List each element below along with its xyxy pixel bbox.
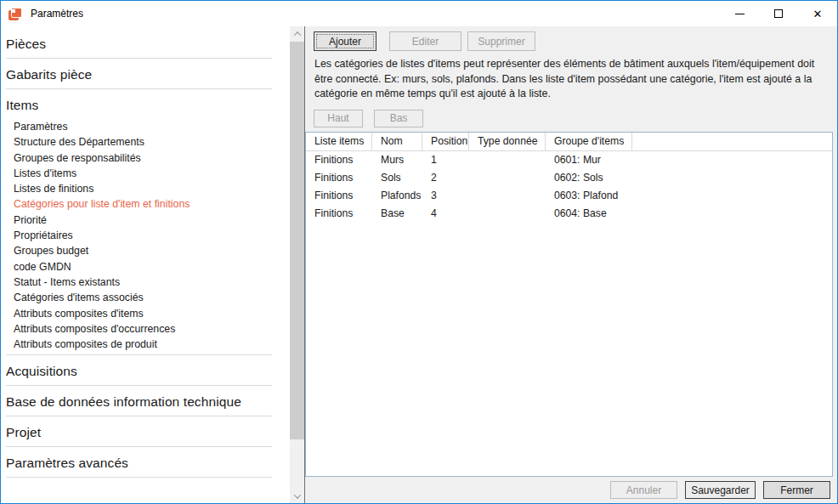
delete-button[interactable]: Supprimer xyxy=(467,31,535,51)
cell-groupe-items: 0601: Mur xyxy=(546,151,632,169)
cell-groupe-items: 0604: Base xyxy=(546,205,632,223)
sidebar-item-items[interactable]: Items xyxy=(6,89,272,119)
cell-nom: Murs xyxy=(372,151,422,169)
column-header-groupe-items[interactable]: Groupe d'items xyxy=(546,133,632,150)
close-button[interactable]: ✕ xyxy=(798,1,837,26)
cell-filler xyxy=(632,151,832,169)
table-row[interactable]: Finitions Sols 2 0602: Sols xyxy=(306,169,832,187)
cell-nom: Sols xyxy=(372,169,422,187)
scroll-up-button[interactable] xyxy=(290,26,304,41)
move-down-button[interactable]: Bas xyxy=(374,110,423,127)
sidebar-item-categories-liste-item-finitions[interactable]: Catégories pour liste d'item et finition… xyxy=(6,196,272,212)
sidebar-section-projet: Projet xyxy=(6,416,272,447)
cell-groupe-items: 0602: Sols xyxy=(546,169,632,187)
sidebar-item-listes-items[interactable]: Listes d'items xyxy=(6,166,272,181)
scroll-down-button[interactable] xyxy=(290,489,304,503)
cancel-button[interactable]: Annuler xyxy=(610,481,677,499)
app-icon-inner-square xyxy=(11,9,15,13)
cell-position: 4 xyxy=(422,205,469,223)
table-header-row: Liste items Nom Position Type donnée Gro… xyxy=(306,133,832,151)
cell-filler xyxy=(632,187,832,205)
maximize-button[interactable] xyxy=(759,1,798,26)
scrollbar-thumb[interactable] xyxy=(290,42,304,439)
titlebar: Paramètres ✕ xyxy=(1,1,837,26)
app-icon xyxy=(8,8,23,20)
sidebar: Pièces Gabarits pièce Items Paramètres S… xyxy=(1,26,304,503)
window-controls: ✕ xyxy=(720,1,837,26)
sidebar-items-children: Paramètres Structure des Départements Gr… xyxy=(6,119,272,354)
edit-button[interactable]: Editer xyxy=(389,31,461,51)
sidebar-item-categories-items-associes[interactable]: Catégories d'items associés xyxy=(6,290,272,305)
cell-type-donnee xyxy=(469,169,546,187)
column-header-nom[interactable]: Nom xyxy=(372,133,422,150)
sidebar-item-statut-items-existants[interactable]: Statut - Items existants xyxy=(6,275,272,290)
move-toolbar: Haut Bas xyxy=(305,104,837,132)
column-header-position[interactable]: Position xyxy=(422,133,469,150)
cell-position: 2 xyxy=(422,169,469,187)
maximize-icon xyxy=(774,9,783,18)
cell-type-donnee xyxy=(469,205,546,223)
sidebar-item-priorite[interactable]: Priorité xyxy=(6,212,272,228)
cell-liste-items: Finitions xyxy=(306,187,372,205)
main-area: Pièces Gabarits pièce Items Paramètres S… xyxy=(1,26,837,503)
cell-nom: Plafonds xyxy=(372,187,422,205)
cell-position: 1 xyxy=(422,151,469,169)
sidebar-scrollbar[interactable] xyxy=(290,26,304,503)
sidebar-item-attributs-composites-items[interactable]: Attributs composites d'items xyxy=(6,306,272,321)
category-description-text: Les catégories de listes d'items peut re… xyxy=(305,51,837,104)
sidebar-item-parametres-avances[interactable]: Paramètres avancés xyxy=(6,447,272,477)
close-icon: ✕ xyxy=(813,8,823,20)
cell-type-donnee xyxy=(469,151,546,169)
sidebar-item-proprietaires[interactable]: Propriétaires xyxy=(6,228,272,243)
sidebar-item-structure-departements[interactable]: Structure des Départements xyxy=(6,134,272,150)
window-title: Paramètres xyxy=(31,8,83,20)
close-dialog-button[interactable]: Fermer xyxy=(763,481,830,499)
minimize-button[interactable] xyxy=(720,1,759,26)
cell-liste-items: Finitions xyxy=(306,169,372,187)
cell-filler xyxy=(632,205,832,223)
cell-groupe-items: 0603: Plafond xyxy=(546,187,632,205)
table-row[interactable]: Finitions Murs 1 0601: Mur xyxy=(306,151,832,169)
chevron-up-icon xyxy=(293,31,300,38)
cell-nom: Base xyxy=(372,205,422,223)
sidebar-item-groupes-responsabilites[interactable]: Groupes de responsabilités xyxy=(6,150,272,166)
add-button[interactable]: Ajouter xyxy=(314,31,377,51)
cell-liste-items: Finitions xyxy=(306,205,372,223)
categories-table: Liste items Nom Position Type donnée Gro… xyxy=(305,132,833,477)
cell-filler xyxy=(632,169,832,187)
column-header-type-donnee[interactable]: Type donnée xyxy=(469,133,546,150)
content-panel: Ajouter Editer Supprimer Les catégories … xyxy=(304,26,837,503)
sidebar-item-parametres[interactable]: Paramètres xyxy=(6,119,272,134)
sidebar-item-attributs-composites-produit[interactable]: Attributs composites de produit xyxy=(6,337,272,352)
cell-liste-items: Finitions xyxy=(306,151,372,169)
cell-type-donnee xyxy=(469,187,546,205)
save-button[interactable]: Sauvegarder xyxy=(685,481,756,499)
sidebar-section-parametres-avances: Paramètres avancés xyxy=(6,447,272,478)
sidebar-item-gabarits-piece[interactable]: Gabarits pièce xyxy=(6,59,272,88)
sidebar-item-code-gmdn[interactable]: code GMDN xyxy=(6,259,272,275)
sidebar-section-acquisitions: Acquisitions xyxy=(6,355,272,386)
chevron-down-icon xyxy=(293,491,300,498)
settings-window: Paramètres ✕ Pièces Gabarits pièce Items… xyxy=(0,0,838,504)
cell-position: 3 xyxy=(422,187,469,205)
sidebar-section-pieces: Pièces xyxy=(6,28,272,59)
column-header-filler xyxy=(632,133,832,150)
sidebar-section-bd-info-technique: Base de données information technique xyxy=(6,386,272,416)
column-header-liste-items[interactable]: Liste items xyxy=(306,133,372,150)
sidebar-item-acquisitions[interactable]: Acquisitions xyxy=(6,355,272,385)
sidebar-section-items: Items Paramètres Structure des Départeme… xyxy=(6,89,272,355)
sidebar-item-base-donnees-information-technique[interactable]: Base de données information technique xyxy=(6,386,272,416)
sidebar-item-listes-finitions[interactable]: Listes de finitions xyxy=(6,181,272,196)
sidebar-item-attributs-composites-occurrences[interactable]: Attributs composites d'occurrences xyxy=(6,321,272,337)
footer-bar: Annuler Sauvegarder Fermer xyxy=(305,477,837,503)
move-up-button[interactable]: Haut xyxy=(314,110,363,127)
minimize-icon xyxy=(735,14,745,14)
table-row[interactable]: Finitions Plafonds 3 0603: Plafond xyxy=(306,187,832,205)
crud-toolbar: Ajouter Editer Supprimer xyxy=(305,26,837,51)
sidebar-section-gabarits: Gabarits pièce xyxy=(6,59,272,89)
sidebar-item-groupes-budget[interactable]: Groupes budget xyxy=(6,243,272,258)
sidebar-item-projet[interactable]: Projet xyxy=(6,416,272,446)
table-row[interactable]: Finitions Base 4 0604: Base xyxy=(306,205,832,223)
sidebar-item-pieces[interactable]: Pièces xyxy=(6,28,272,58)
